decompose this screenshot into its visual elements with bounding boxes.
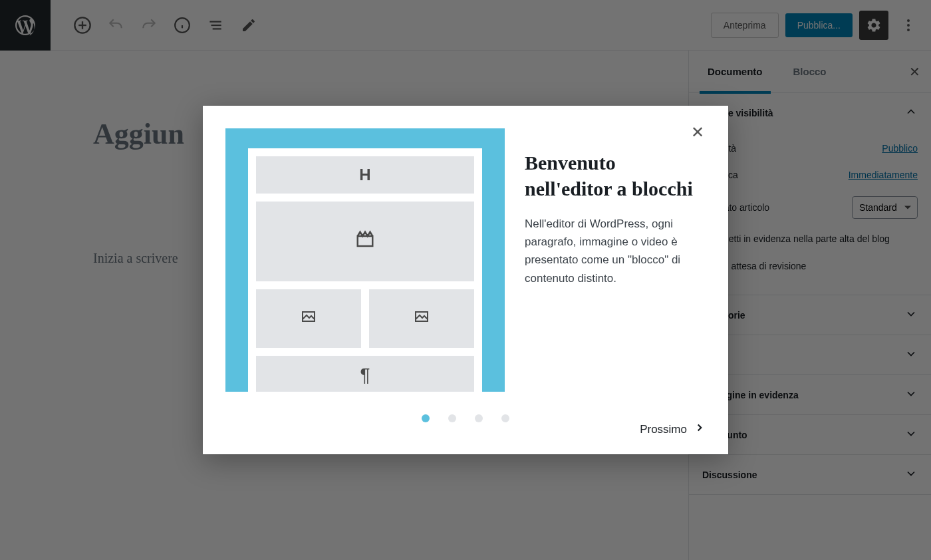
- svg-rect-12: [358, 236, 373, 246]
- close-icon: ✕: [691, 123, 704, 141]
- step-dot-1[interactable]: [422, 414, 430, 422]
- modal-next-button[interactable]: Prossimo: [640, 422, 706, 437]
- welcome-modal-overlay: ✕ H: [0, 0, 931, 560]
- illustration-paragraph-block: ¶: [256, 356, 474, 392]
- step-dot-3[interactable]: [475, 414, 483, 422]
- illustration-video-block: [256, 202, 474, 281]
- modal-next-label: Prossimo: [640, 423, 687, 436]
- modal-content: Benvenuto nell'editor a blocchi Nell'edi…: [525, 128, 706, 392]
- step-dot-2[interactable]: [448, 414, 456, 422]
- welcome-modal: ✕ H: [203, 106, 728, 454]
- illustration-image-block: [256, 289, 361, 348]
- pilcrow-icon: ¶: [360, 364, 370, 386]
- step-dot-4[interactable]: [501, 414, 509, 422]
- modal-body-text: Nell'editor di WordPress, ogni paragrafo…: [525, 215, 706, 287]
- modal-close-button[interactable]: ✕: [691, 123, 704, 142]
- modal-title: Benvenuto nell'editor a blocchi: [525, 150, 706, 202]
- image-icon: [301, 309, 317, 329]
- modal-illustration: H ¶: [225, 128, 505, 392]
- modal-footer: Prossimo: [203, 414, 728, 454]
- chevron-right-icon: [694, 422, 706, 437]
- illustration-heading-block: H: [256, 156, 474, 194]
- illustration-image-block: [369, 289, 474, 348]
- image-icon: [414, 309, 430, 329]
- modal-inner: H ¶: [203, 106, 728, 414]
- clapperboard-icon: [355, 229, 375, 254]
